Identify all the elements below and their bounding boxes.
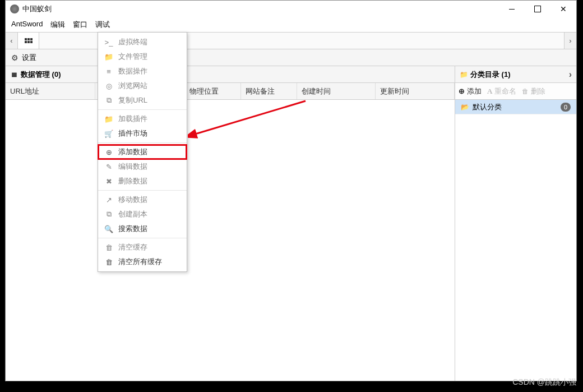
titlebar: 中国蚁剑 (6, 1, 576, 17)
ctx-label: 清空缓存 (118, 242, 147, 252)
ctx-item-复制URL[interactable]: ⧉复制URL (98, 93, 187, 108)
th-location[interactable]: 物理位置 (185, 83, 241, 99)
category-item-count: 0 (561, 103, 571, 112)
tab-scroll-left[interactable]: ‹ (6, 33, 18, 49)
ctx-label: 浏览网站 (118, 81, 147, 91)
data-panel-header: 数据管理 (0) (6, 66, 455, 83)
ctx-label: 添加数据 (118, 147, 147, 157)
ctx-label: 编辑数据 (118, 162, 147, 172)
menu-edit[interactable]: 编辑 (50, 20, 65, 30)
menu-antsword[interactable]: AntSword (11, 20, 43, 30)
ctx-icon: 📁 (105, 115, 113, 123)
th-created[interactable]: 创建时间 (297, 83, 376, 99)
category-title: 分类目录 (1) (470, 70, 511, 79)
ctx-icon: ⧉ (105, 210, 113, 219)
th-updated[interactable]: 更新时间 (376, 83, 455, 99)
ctx-label: 移动数据 (118, 195, 147, 205)
list-icon (11, 70, 21, 79)
window-title: 中国蚁剑 (22, 4, 52, 14)
ctx-label: 文件管理 (118, 52, 147, 62)
ctx-separator (98, 142, 187, 143)
category-item-default[interactable]: 默认分类 0 (455, 100, 576, 114)
category-header[interactable]: 分类目录 (1) (455, 66, 576, 83)
ctx-icon: ⧉ (105, 96, 113, 105)
ctx-separator (98, 238, 187, 238)
category-list: 默认分类 0 (455, 100, 576, 381)
ctx-item-创建副本[interactable]: ⧉创建副本 (98, 207, 187, 222)
ctx-item-添加数据[interactable]: ⊕添加数据 (98, 145, 187, 159)
ctx-icon: ≡ (105, 67, 113, 76)
ctx-item-移动数据[interactable]: ↗移动数据 (98, 192, 187, 207)
ctx-icon: 🗑 (105, 258, 113, 266)
window-controls (499, 1, 576, 17)
ctx-item-清空缓存[interactable]: 🗑清空缓存 (98, 240, 187, 255)
ctx-label: 搜索数据 (118, 224, 147, 234)
ctx-icon: ✖ (105, 177, 113, 186)
context-menu: >_虚拟终端📁文件管理≡数据操作◎浏览网站⧉复制URL📁加载插件🛒插件市场⊕添加… (98, 32, 187, 272)
watermark: CSDN @跳跳小强 (512, 377, 576, 388)
category-rename-button[interactable]: 重命名 (487, 86, 516, 96)
menubar: AntSword 编辑 窗口 调试 (6, 17, 576, 33)
ctx-icon: >_ (105, 38, 113, 47)
maximize-button[interactable] (525, 1, 550, 17)
app-icon (10, 4, 19, 13)
ctx-label: 删除数据 (118, 176, 147, 186)
ctx-label: 插件市场 (118, 128, 147, 139)
ctx-separator (98, 190, 187, 191)
settings-label: 设置 (22, 53, 36, 63)
chevron-right-icon (569, 70, 572, 80)
table-body[interactable] (6, 100, 455, 381)
ctx-label: 加载插件 (118, 114, 147, 124)
ctx-icon: 📁 (105, 53, 113, 61)
ctx-item-浏览网站[interactable]: ◎浏览网站 (98, 79, 187, 93)
ctx-label: 复制URL (118, 95, 147, 105)
ctx-icon: 🗑 (105, 243, 113, 252)
ctx-icon: ◎ (105, 82, 113, 90)
ctx-item-编辑数据[interactable]: ✎编辑数据 (98, 159, 187, 174)
category-delete-button[interactable]: 删除 (522, 86, 545, 96)
rename-icon (487, 87, 492, 96)
menu-debug[interactable]: 调试 (95, 20, 110, 30)
ctx-item-清空所有缓存[interactable]: 🗑清空所有缓存 (98, 255, 187, 269)
ctx-item-插件市场[interactable]: 🛒插件市场 (98, 126, 187, 141)
ctx-label: 数据操作 (118, 66, 147, 76)
th-note[interactable]: 网站备注 (241, 83, 297, 99)
app-window: 中国蚁剑 AntSword 编辑 窗口 调试 ‹ › 设置 数据管理 (0) (5, 0, 577, 381)
home-grid-icon (25, 38, 33, 43)
ctx-icon: ✎ (105, 163, 113, 171)
category-add-button[interactable]: 添加 (459, 86, 482, 96)
ctx-icon: 🛒 (105, 130, 113, 138)
trash-icon (522, 87, 529, 95)
ctx-item-删除数据[interactable]: ✖删除数据 (98, 174, 187, 188)
content-area: 数据管理 (0) URL地址 IP地址 物理位置 网站备注 创建时间 更新时间 … (6, 66, 576, 381)
tabstrip: ‹ › (6, 33, 576, 49)
close-button[interactable] (550, 1, 576, 17)
ctx-icon: ↗ (105, 196, 113, 204)
ctx-item-搜索数据[interactable]: 🔍搜索数据 (98, 222, 187, 236)
category-panel: 分类目录 (1) 添加 重命名 删除 默认分类 0 (455, 66, 576, 381)
data-panel-title: 数据管理 (0) (21, 70, 61, 80)
ctx-item-虚拟终端[interactable]: >_虚拟终端 (98, 35, 187, 49)
ctx-item-加载插件[interactable]: 📁加载插件 (98, 112, 187, 126)
th-url[interactable]: URL地址 (6, 83, 95, 99)
ctx-icon: ⊕ (105, 148, 113, 156)
settings-row[interactable]: 设置 (6, 49, 576, 66)
ctx-label: 清空所有缓存 (118, 257, 162, 267)
tab-home[interactable] (18, 33, 39, 49)
category-item-label: 默认分类 (473, 102, 502, 112)
ctx-icon: 🔍 (105, 225, 113, 233)
gear-icon (11, 53, 18, 62)
ctx-item-文件管理[interactable]: 📁文件管理 (98, 49, 187, 64)
table-header: URL地址 IP地址 物理位置 网站备注 创建时间 更新时间 (6, 83, 455, 100)
tab-scroll-right[interactable]: › (564, 33, 576, 49)
minimize-button[interactable] (499, 1, 525, 17)
category-toolbar: 添加 重命名 删除 (455, 83, 576, 100)
open-folder-icon (461, 103, 473, 111)
data-panel: 数据管理 (0) URL地址 IP地址 物理位置 网站备注 创建时间 更新时间 (6, 66, 455, 381)
ctx-label: 创建副本 (118, 209, 147, 219)
folder-icon (460, 70, 470, 79)
menu-window[interactable]: 窗口 (73, 20, 87, 30)
plus-circle-icon (459, 87, 465, 95)
ctx-separator (98, 109, 187, 110)
ctx-item-数据操作[interactable]: ≡数据操作 (98, 64, 187, 79)
